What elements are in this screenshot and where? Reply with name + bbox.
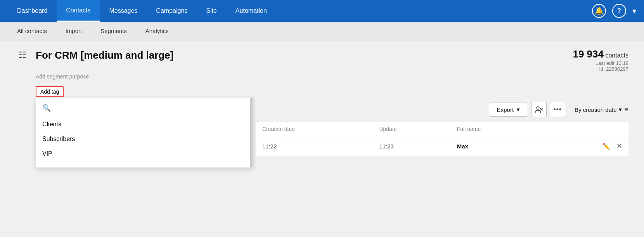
nav-item-automation[interactable]: Automation: [226, 0, 276, 22]
contact-count-number: 19 934: [573, 48, 604, 60]
search-icon: 🔍: [42, 104, 51, 112]
contact-count: 19 934 contacts: [573, 48, 628, 60]
segment-title: For CRM [medium and large]: [36, 49, 173, 61]
add-purpose[interactable]: Add segment purpose: [36, 73, 89, 80]
col-actions: [545, 122, 628, 136]
table-row: 11:22 11:23 Max ✏️ ✕: [256, 136, 628, 156]
sort-label: By creation date: [575, 106, 616, 113]
table-area: Export ▾ ••• By creation date: [256, 97, 628, 156]
account-chevron-icon[interactable]: ▾: [632, 6, 636, 16]
col-update: Update: [373, 122, 450, 136]
subnav-segments[interactable]: Segments: [99, 22, 128, 40]
export-chevron-icon: ▾: [517, 106, 520, 113]
segment-sub-info: Add segment purpose: [36, 73, 628, 80]
tag-row: Add tag: [36, 86, 628, 97]
sub-navigation: All contacts Import Segments Analytics: [0, 22, 644, 40]
top-navigation: Dashboard Contacts Messages Campaigns Si…: [0, 0, 644, 22]
tag-item-vip[interactable]: VIP: [36, 146, 253, 161]
table-header-row: Creation date Update Full name: [256, 122, 628, 136]
nav-item-site[interactable]: Site: [197, 0, 226, 22]
people-remove-icon: [535, 106, 543, 113]
tag-dropdown: 🔍 Clients Subscribers VIP: [36, 97, 253, 168]
sort-lines-icon: ≡: [624, 106, 628, 114]
segment-title-area: ☷ For CRM [medium and large]: [16, 48, 173, 62]
segment-count-area: 19 934 contacts Last edit 13:18 id: 2288…: [573, 48, 628, 72]
sort-area[interactable]: By creation date ▾ ≡: [575, 106, 628, 114]
cell-update: 11:23: [373, 136, 450, 156]
nav-item-campaigns[interactable]: Campaigns: [147, 0, 197, 22]
subnav-import[interactable]: Import: [64, 22, 84, 40]
segment-header: ☷ For CRM [medium and large] 19 934 cont…: [16, 48, 628, 72]
toolbar-row: Export ▾ ••• By creation date: [256, 97, 628, 122]
tag-item-subscribers[interactable]: Subscribers: [36, 132, 253, 146]
contacts-label: contacts: [605, 52, 628, 59]
export-label: Export: [497, 106, 514, 113]
grid-icon[interactable]: ☷: [16, 48, 29, 62]
nav-items: Dashboard Contacts Messages Campaigns Si…: [8, 0, 592, 22]
cell-full-name: Max: [451, 136, 545, 156]
col-creation-date: Creation date: [256, 122, 373, 136]
export-button[interactable]: Export ▾: [489, 103, 528, 117]
content-lower: 🔍 Clients Subscribers VIP Export ▾: [16, 97, 628, 229]
tag-item-clients[interactable]: Clients: [36, 117, 253, 132]
contacts-table: Creation date Update Full name 11:22 11:…: [256, 122, 628, 156]
separator: [36, 83, 628, 83]
col-full-name: Full name: [451, 122, 545, 136]
edit-icon[interactable]: ✏️: [602, 143, 610, 150]
nav-right-icons: 🔔 ? ▾: [592, 4, 636, 18]
row-actions: ✏️ ✕: [551, 142, 622, 150]
dropdown-scrollbar[interactable]: [250, 98, 253, 167]
ellipsis-icon: •••: [553, 106, 562, 114]
bell-icon[interactable]: 🔔: [592, 4, 606, 18]
svg-point-0: [537, 107, 539, 110]
delete-icon[interactable]: ✕: [616, 142, 622, 150]
cell-creation-date: 11:22: [256, 136, 373, 156]
sort-chevron-icon: ▾: [619, 106, 622, 113]
nav-item-messages[interactable]: Messages: [100, 0, 147, 22]
add-tag-button[interactable]: Add tag: [36, 86, 64, 97]
segment-id: id: 22880297: [573, 66, 628, 72]
last-edit: Last edit 13:18: [573, 60, 628, 66]
tag-search-input[interactable]: [54, 105, 246, 112]
main-content: ☷ For CRM [medium and large] 19 934 cont…: [0, 40, 644, 237]
more-options-button[interactable]: •••: [550, 102, 565, 117]
help-icon[interactable]: ?: [612, 4, 626, 18]
cell-actions: ✏️ ✕: [545, 136, 628, 156]
nav-item-dashboard[interactable]: Dashboard: [8, 0, 57, 22]
nav-item-contacts[interactable]: Contacts: [57, 0, 100, 22]
subnav-analytics[interactable]: Analytics: [144, 22, 170, 40]
subnav-all-contacts[interactable]: All contacts: [16, 22, 48, 40]
remove-contacts-button[interactable]: [531, 102, 547, 117]
tag-search-area: 🔍: [36, 104, 253, 117]
